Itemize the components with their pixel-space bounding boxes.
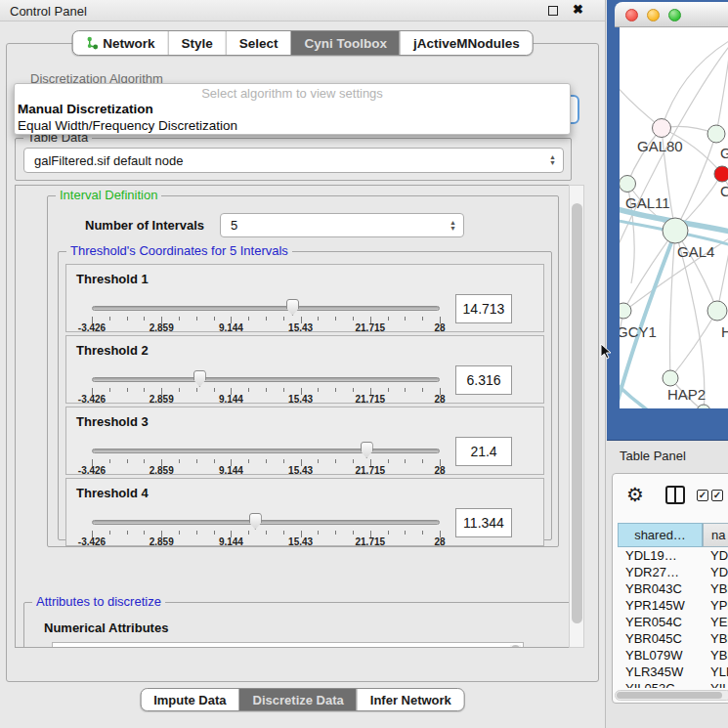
slider-track[interactable] — [92, 306, 440, 311]
slider-thumb[interactable] — [286, 299, 299, 316]
table-data-combobox[interactable]: galFiltered.sif default node ▲▼ — [23, 148, 564, 173]
gear-icon[interactable]: ⚙ — [626, 483, 644, 506]
tab-label: Cyni Toolbox — [305, 36, 388, 51]
algorithm-prompt-item[interactable]: Select algorithm to view settings — [15, 86, 570, 102]
slider-tick-label: 21.715 — [356, 465, 386, 476]
attributes-list-scrollbar-thumb[interactable] — [511, 645, 520, 648]
slider-tick — [127, 459, 128, 463]
float-window-icon[interactable] — [548, 6, 558, 16]
slider-tick-label: 21.715 — [356, 322, 386, 333]
threshold-value-field[interactable]: 11.344 — [455, 508, 512, 537]
attributes-list-scrollbar[interactable] — [510, 645, 521, 648]
slider-tick-label: 21.715 — [356, 394, 386, 405]
slider-tick-label: 9.144 — [219, 536, 243, 547]
network-view-window: GAL80GACGAL11GAL4GCY1HHAP2 — [607, 0, 728, 441]
interval-definition-group: Interval Definition Number of Intervals … — [47, 195, 559, 547]
numerical-attributes-list[interactable]: SelfLoopsTopologicalCoefficientBetweenne… — [52, 642, 524, 648]
slider-tick-label: 21.715 — [356, 536, 386, 547]
cell-shared-name: YBL079W — [618, 648, 703, 664]
threshold-value-field[interactable]: 14.713 — [455, 294, 512, 323]
tab-style[interactable]: Style — [167, 31, 225, 55]
table-row[interactable]: YPR145WYPR1 — [618, 598, 728, 615]
table-data-group: Table Data galFiltered.sif default node … — [15, 138, 572, 181]
slider-tick — [214, 459, 215, 463]
network-node[interactable] — [620, 303, 631, 319]
column-header-name[interactable]: na — [703, 523, 728, 547]
slider-tick — [266, 388, 267, 392]
slider-tick — [353, 459, 354, 463]
network-node[interactable] — [663, 370, 678, 386]
threshold-panel: Threshold 2-3.4262.8599.14415.4321.71528… — [65, 335, 544, 404]
slider-tick — [266, 459, 267, 463]
tab-discretize-data[interactable]: Discretize Data — [239, 689, 357, 710]
interval-definition-group-label: Interval Definition — [56, 189, 161, 202]
table-row[interactable]: YDR27…YDR2 — [618, 565, 728, 581]
cell-shared-name: YLR345W — [618, 664, 703, 681]
slider-tick-label: 28 — [434, 536, 445, 547]
tab-network[interactable]: Network — [72, 31, 167, 55]
threshold-slider[interactable]: -3.4262.8599.14415.4321.71528 — [92, 407, 440, 476]
cyni-toolbox-panel: Discretization Algorithm Select algorith… — [6, 43, 599, 682]
network-node[interactable] — [707, 125, 725, 143]
slider-track[interactable] — [92, 449, 440, 453]
control-panel-tabbar: NetworkStyleSelectCyni ToolboxjActiveMNo… — [71, 30, 534, 56]
slider-track[interactable] — [92, 520, 440, 525]
threshold-slider[interactable]: -3.4262.8599.14415.4321.71528 — [92, 336, 440, 405]
tab-label: Select — [239, 36, 278, 51]
table-hscrollbar-thumb[interactable] — [617, 692, 722, 699]
tab-impute-data[interactable]: Impute Data — [141, 689, 238, 710]
table-row[interactable]: YDL19…YDL1 — [618, 548, 728, 565]
attribute-list-item[interactable]: SelfLoops — [61, 645, 523, 648]
network-canvas[interactable]: GAL80GACGAL11GAL4GCY1HHAP2 — [620, 27, 728, 408]
column-header-shared-name[interactable]: shared… — [618, 523, 703, 547]
settings-scrollbar-thumb[interactable] — [572, 203, 582, 623]
table-row[interactable]: YLR345WYLR3 — [618, 664, 728, 681]
slider-tick — [422, 388, 423, 392]
right-region: GAL80GACGAL11GAL4GCY1HHAP2 Table Panel ⚙… — [606, 0, 728, 728]
table-row[interactable]: YBL079WYBL0 — [618, 648, 728, 664]
network-node[interactable] — [707, 301, 727, 321]
table-row[interactable]: YBR045CYBR0 — [618, 631, 728, 648]
slider-tick — [196, 459, 197, 463]
slider-track[interactable] — [92, 377, 440, 382]
application-root: Control Panel ✖ NetworkStyleSelectCyni T… — [0, 0, 728, 728]
mac-close-button[interactable] — [625, 9, 638, 21]
algorithm-option[interactable]: Equal Width/Frequency Discretization — [15, 118, 570, 135]
threshold-value-field[interactable]: 6.316 — [455, 365, 512, 395]
tab-jactivemnodules[interactable]: jActiveMNodules — [400, 31, 533, 55]
threshold-slider[interactable]: -3.4262.8599.14415.4321.71528 — [92, 479, 440, 547]
table-horizontal-scrollbar[interactable] — [615, 690, 728, 701]
tab-cyni-toolbox[interactable]: Cyni Toolbox — [291, 31, 401, 55]
table-row[interactable]: YIL053CYIL0 — [618, 681, 728, 688]
mac-zoom-button[interactable] — [668, 9, 681, 21]
settings-vertical-scrollbar[interactable] — [569, 185, 584, 648]
slider-thumb[interactable] — [249, 513, 262, 530]
network-node-label: C — [720, 183, 728, 199]
slider-tick — [109, 388, 110, 392]
column-layout-icon[interactable] — [665, 486, 685, 504]
slider-tick — [405, 531, 406, 535]
table-row[interactable]: YER054CYER0 — [618, 615, 728, 631]
cell-name: YPR1 — [703, 598, 728, 615]
tab-select[interactable]: Select — [226, 31, 291, 55]
close-icon[interactable]: ✖ — [573, 2, 583, 17]
network-node[interactable] — [653, 119, 671, 138]
tab-infer-network[interactable]: Infer Network — [357, 689, 464, 710]
number-of-intervals-combobox[interactable]: 5 ▲▼ — [220, 213, 464, 237]
threshold-value-field[interactable]: 21.4 — [455, 437, 512, 466]
table-row[interactable]: YBR043CYBR0 — [618, 581, 728, 598]
algorithm-option[interactable]: Manual Discretization — [15, 102, 570, 118]
table-panel: ⚙ ✓ ✓ shared… na YDL19…YDL1YDR27…YDR2YBR… — [612, 473, 728, 704]
network-node[interactable] — [663, 218, 688, 243]
mac-minimize-button[interactable] — [647, 9, 660, 21]
slider-thumb[interactable] — [193, 370, 206, 387]
threshold-slider[interactable]: -3.4262.8599.14415.4321.71528 — [92, 265, 440, 333]
checkbox-icon[interactable]: ✓ — [711, 490, 723, 501]
network-node-label: GAL4 — [677, 243, 714, 260]
slider-thumb[interactable] — [361, 442, 373, 458]
network-node[interactable] — [714, 166, 728, 182]
slider-tick — [405, 317, 406, 321]
checkbox-icon[interactable]: ✓ — [697, 490, 708, 501]
network-node[interactable] — [697, 405, 710, 408]
network-node[interactable] — [620, 176, 636, 193]
